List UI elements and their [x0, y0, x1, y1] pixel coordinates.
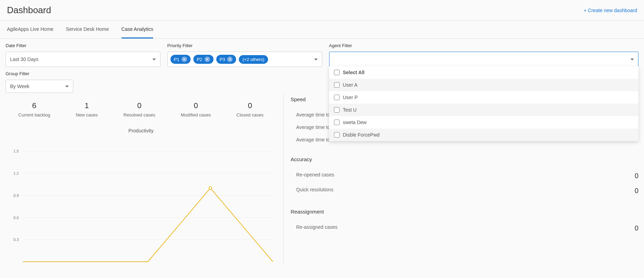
stat-value: 0	[236, 101, 264, 110]
metric-label: Re-assigned cases	[296, 224, 337, 232]
page-header: Dashboard + Create new dashboard	[0, 0, 644, 21]
filters-row: Date Filter Last 30 Days Priority Filter…	[0, 39, 644, 67]
stat-resolved-cases: 0Resolved cases	[123, 101, 155, 118]
accuracy-row-0: Re-opened cases0	[291, 168, 638, 183]
stat-value: 0	[123, 101, 155, 110]
svg-text:0.6: 0.6	[14, 216, 19, 220]
chart-title: Productivity	[6, 128, 276, 133]
tab-case-analytics[interactable]: Case Analytics	[122, 21, 153, 38]
checkbox[interactable]	[334, 120, 340, 125]
close-icon[interactable]: ✕	[204, 57, 210, 62]
option-label: User A	[343, 82, 358, 88]
agent-option-select-all[interactable]: Select All	[329, 66, 639, 79]
svg-point-10	[209, 187, 212, 190]
svg-text:1.5: 1.5	[14, 149, 19, 153]
accuracy-section: Accuracy Re-opened cases0Quick resolutio…	[291, 156, 638, 198]
chip-label: P2	[197, 57, 202, 62]
close-icon[interactable]: ✕	[182, 57, 187, 62]
plus-icon: +	[584, 8, 586, 13]
stat-value: 1	[76, 101, 98, 110]
metric-value: 0	[635, 224, 638, 232]
tab-service-desk-home[interactable]: Service Desk Home	[66, 21, 109, 38]
checkbox[interactable]	[334, 132, 340, 138]
productivity-chart: 0.30.60.91.21.5	[6, 140, 276, 265]
reassignment-title: Reassignment	[291, 209, 638, 215]
create-dashboard-label: Create new dashboard	[588, 8, 637, 13]
create-dashboard-link[interactable]: + Create new dashboard	[584, 8, 637, 13]
accuracy-row-1: Quick resolutions0	[291, 183, 638, 198]
priority-filter-label: Priority Filter	[167, 43, 322, 48]
metric-label: Average time to	[296, 137, 330, 142]
checkbox[interactable]	[334, 82, 340, 88]
stat-label: Modified cases	[181, 112, 211, 118]
stat-value: 0	[181, 101, 211, 110]
priority-chip-extra[interactable]: (+2 others)	[239, 55, 268, 64]
stat-label: Current backlog	[18, 112, 50, 118]
chip-label: P3	[220, 57, 225, 62]
tabs-bar: AgileApps Live HomeService Desk HomeCase…	[0, 21, 644, 39]
metric-label: Average time to	[296, 124, 330, 130]
group-filter-select[interactable]: By Week	[6, 80, 73, 93]
priority-chips: P1✕P2✕P3✕(+2 others)	[170, 55, 314, 64]
agent-filter-select[interactable]	[329, 52, 639, 67]
option-label: sweta Dew	[343, 120, 367, 125]
stat-current-backlog: 6Current backlog	[18, 101, 50, 118]
metric-label: Average time to	[296, 112, 330, 118]
priority-chip-p1[interactable]: P1✕	[170, 55, 191, 64]
stat-label: New cases	[76, 112, 98, 118]
metric-label: Quick resolutions	[296, 187, 333, 195]
stat-new-cases: 1New cases	[76, 101, 98, 118]
date-filter: Date Filter Last 30 Days	[6, 43, 160, 67]
option-label: Select All	[343, 70, 365, 75]
left-panel: 6Current backlog1New cases0Resolved case…	[6, 93, 283, 265]
checkbox[interactable]	[334, 70, 340, 75]
agent-filter-label: Agent Filter	[329, 43, 639, 48]
metric-value: 0	[635, 187, 638, 195]
accuracy-title: Accuracy	[291, 156, 638, 162]
agent-dropdown-panel: Select AllUser AUser PTest Usweta DewDis…	[329, 66, 639, 141]
metric-label: Re-opened cases	[296, 172, 334, 180]
svg-text:0.3: 0.3	[14, 237, 19, 242]
agent-option-user-a[interactable]: User A	[329, 79, 639, 91]
metric-value: 0	[635, 172, 638, 180]
agent-option-test-u[interactable]: Test U	[329, 104, 639, 116]
close-icon[interactable]: ✕	[227, 57, 233, 62]
stat-modified-cases: 0Modified cases	[181, 101, 211, 118]
chevron-down-icon	[65, 86, 69, 87]
agent-filter-wrapper: Select AllUser AUser PTest Usweta DewDis…	[329, 52, 639, 67]
priority-chip-p2[interactable]: P2✕	[193, 55, 214, 64]
tab-agileapps-live-home[interactable]: AgileApps Live Home	[7, 21, 53, 38]
chevron-down-icon	[152, 59, 156, 60]
priority-chip-p3[interactable]: P3✕	[216, 55, 236, 64]
date-filter-label: Date Filter	[6, 43, 160, 48]
stat-value: 6	[18, 101, 50, 110]
chevron-down-icon	[314, 59, 318, 60]
group-filter-value: By Week	[10, 84, 30, 89]
chevron-down-icon	[630, 59, 634, 60]
stats-row: 6Current backlog1New cases0Resolved case…	[6, 101, 276, 118]
agent-option-disble-forcepwd[interactable]: Disble ForcePwd	[329, 129, 639, 141]
priority-filter: Priority Filter P1✕P2✕P3✕(+2 others)	[167, 43, 322, 67]
agent-option-user-p[interactable]: User P	[329, 91, 639, 104]
option-label: User P	[343, 95, 358, 100]
reassignment-section: Reassignment Re-assigned cases0	[291, 209, 638, 236]
chip-label: P1	[174, 57, 179, 62]
option-label: Disble ForcePwd	[343, 132, 380, 138]
svg-text:1.2: 1.2	[14, 171, 19, 175]
priority-filter-select[interactable]: P1✕P2✕P3✕(+2 others)	[167, 52, 322, 67]
page-title: Dashboard	[7, 5, 51, 16]
svg-text:0.9: 0.9	[14, 193, 19, 198]
agent-filter: Agent Filter Select AllUser AUser PTest …	[329, 43, 639, 67]
reassignment-row-0: Re-assigned cases0	[291, 221, 638, 236]
checkbox[interactable]	[334, 95, 340, 100]
stat-closed-cases: 0Closed cases	[236, 101, 264, 118]
checkbox[interactable]	[334, 107, 340, 113]
stat-label: Resolved cases	[123, 112, 155, 118]
date-filter-value: Last 30 Days	[10, 57, 39, 62]
stat-label: Closed cases	[236, 112, 264, 118]
agent-option-sweta-dew[interactable]: sweta Dew	[329, 116, 639, 129]
date-filter-select[interactable]: Last 30 Days	[6, 52, 160, 67]
option-label: Test U	[343, 107, 357, 113]
